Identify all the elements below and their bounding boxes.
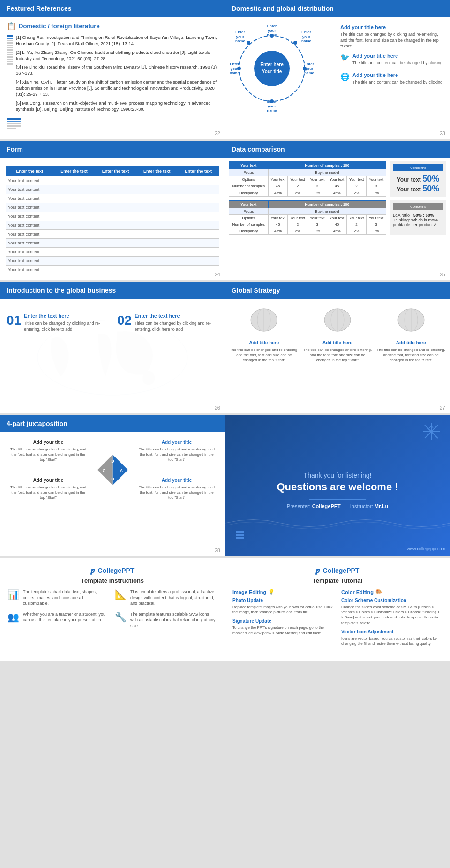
dist-item1-title: Add your title here bbox=[352, 53, 442, 59]
form-cell-7-0: Your text content bbox=[6, 239, 53, 248]
form-cell-3-1 bbox=[53, 203, 95, 212]
distribution-header: Domestic and global distribution bbox=[225, 0, 450, 17]
dt1-focus: Focus bbox=[229, 169, 269, 176]
svg-rect-40 bbox=[236, 537, 244, 539]
form-cell-3-3 bbox=[136, 203, 178, 212]
svg-point-1 bbox=[254, 51, 290, 86]
form-header: Form bbox=[0, 141, 225, 158]
global-biz-header: Introduction to the global business bbox=[0, 282, 225, 299]
section-title: 📋 Domestic / foreign literature bbox=[7, 22, 218, 30]
tut-item-1: 📊 The template's chart data, text, shape… bbox=[8, 589, 110, 607]
people-icon: 👥 bbox=[8, 611, 19, 629]
svg-point-9 bbox=[293, 41, 297, 45]
distribution-panel: Domestic and global distribution Enter h… bbox=[225, 0, 450, 139]
jux-item-4: Add your title The title can be changed … bbox=[135, 475, 218, 503]
jux-header: 4-part juxtaposition bbox=[0, 415, 225, 432]
tut-right-logo: 𝒑 CollegePPT bbox=[232, 565, 442, 575]
data-section-1: Your text Number of samples : 100 Focus … bbox=[229, 161, 446, 197]
scale-icon: 🔧 bbox=[115, 611, 127, 629]
page-number: 24 bbox=[215, 272, 220, 277]
data-comparison-title: Data comparison bbox=[232, 145, 285, 153]
form-cell-10-1 bbox=[53, 266, 95, 274]
collegeppt-logo-icon-right: 𝒑 bbox=[316, 565, 320, 575]
layers-icon bbox=[234, 529, 246, 542]
jux-item4-title: Add your title bbox=[138, 478, 216, 483]
dt1-numsamples: Number of samples bbox=[229, 183, 269, 190]
photo-update-item: Photo Update Replace template images wit… bbox=[232, 598, 334, 615]
svg-marker-23 bbox=[112, 455, 128, 470]
jux-item2-title: Add your title bbox=[138, 440, 216, 445]
strategy-card-2: Add title here The title can be changed … bbox=[303, 307, 372, 363]
juxtaposition-panel: 4-part juxtaposition Add your title The … bbox=[0, 415, 225, 556]
data-table-1: Your text Number of samples : 100 Focus … bbox=[229, 161, 386, 197]
strategy-panel: Global Strategy Add title here The title… bbox=[225, 282, 450, 413]
orbit-right: Enteryourname bbox=[304, 62, 314, 76]
form-cell-8-2 bbox=[95, 248, 136, 257]
globe-items: 01 Enter the text here Titles can be cha… bbox=[7, 313, 218, 332]
svg-text:B: B bbox=[111, 477, 114, 481]
data-comparison-panel: Data comparison Your text Number of samp… bbox=[225, 141, 450, 280]
jux-title: 4-part juxtaposition bbox=[7, 420, 68, 427]
tut-item-3: 👥 Whether you are a teacher or a student… bbox=[8, 611, 110, 629]
ty-website: www.collegeppt.com bbox=[407, 547, 445, 551]
collegeppt-logo-text-left: CollegePPT bbox=[98, 567, 135, 574]
globe-item2-title: Enter the text here bbox=[135, 313, 218, 319]
form-cell-5-4 bbox=[178, 221, 219, 230]
globe-img-3 bbox=[376, 307, 445, 337]
vector-icon-item: Vector Icon Adjustment Icons are vector-… bbox=[341, 629, 442, 646]
svg-rect-39 bbox=[236, 534, 244, 536]
svg-point-35 bbox=[430, 430, 433, 433]
thankyou-panel: Thank you for listening! Questions are w… bbox=[225, 415, 450, 556]
tut-item4-text: The template features scalable SVG icons… bbox=[130, 611, 218, 629]
form-cell-9-0: Your text content bbox=[6, 257, 53, 266]
dist-item2-desc: The title and content can be changed by … bbox=[352, 79, 442, 85]
data-concerns-1: Concerns Your text 50% Your text 50% bbox=[390, 161, 446, 197]
form-col-5: Enter the text bbox=[178, 167, 219, 176]
collegeppt-logo-text-right: CollegePPT bbox=[323, 567, 360, 574]
svg-text:Enter here: Enter here bbox=[260, 62, 284, 67]
form-cell-1-2 bbox=[95, 185, 136, 194]
strategy-header: Global Strategy bbox=[225, 282, 450, 299]
form-cell-4-2 bbox=[95, 212, 136, 221]
tut-item1-text: The template's chart data, text, shapes,… bbox=[23, 589, 110, 607]
ty-presenter: Presenter: CollegePPT Instructor: Mr.Lu bbox=[277, 503, 398, 509]
form-cell-0-2 bbox=[95, 176, 136, 185]
form-panel: Form Enter the text Enter the text Enter… bbox=[0, 141, 225, 280]
jux-grid: Add your title The title can be changed … bbox=[7, 437, 218, 503]
form-cell-7-4 bbox=[178, 239, 219, 248]
globe-num-2: 02 bbox=[117, 313, 132, 328]
strategy-content: Add title here The title can be changed … bbox=[225, 299, 450, 368]
color-scheme-text: Change the slide's color scheme easily. … bbox=[341, 604, 442, 625]
form-col-4: Enter the text bbox=[136, 167, 178, 176]
form-cell-1-0: Your text content bbox=[6, 185, 53, 194]
data-section-2: Your text Number of samples : 100 Focus … bbox=[229, 200, 446, 235]
form-cell-4-1 bbox=[53, 212, 95, 221]
form-cell-1-1 bbox=[53, 185, 95, 194]
form-cell-8-4 bbox=[178, 248, 219, 257]
jux-item3-desc: The title can be changed and re-entering… bbox=[9, 485, 87, 501]
tut-left-header: 𝒑 CollegePPT Template Instructions bbox=[8, 565, 218, 584]
tutorial-tutorial-panel: 𝒑 CollegePPT Template Tutorial Image Edi… bbox=[225, 558, 450, 661]
lightbulb-icon: 💡 bbox=[268, 589, 275, 595]
form-cell-5-0: Your text content bbox=[6, 221, 53, 230]
svg-text:Your title: Your title bbox=[262, 69, 282, 74]
form-cell-5-2 bbox=[95, 221, 136, 230]
form-col-3: Enter the text bbox=[95, 167, 136, 176]
photo-update-title: Photo Update bbox=[232, 598, 334, 603]
form-cell-8-1 bbox=[53, 248, 95, 257]
tut-item2-text: This template offers a professional, att… bbox=[130, 589, 218, 607]
form-cell-6-1 bbox=[53, 230, 95, 239]
form-cell-8-3 bbox=[136, 248, 178, 257]
vector-icon-title: Vector Icon Adjustment bbox=[341, 629, 442, 634]
featured-refs-panel: Featured References 📋 Domestic / foreign… bbox=[0, 0, 225, 139]
globe-img-2 bbox=[303, 307, 372, 337]
concerns-text-1b: Your text 50% bbox=[393, 184, 443, 194]
form-col-2: Enter the text bbox=[53, 167, 95, 176]
ref-item-4: [4] Xia Ying, CA'i Lili letter. Study on… bbox=[16, 79, 218, 98]
form-cell-9-4 bbox=[178, 257, 219, 266]
palette-icon: 🎨 bbox=[375, 589, 382, 595]
form-cell-10-3 bbox=[136, 266, 178, 274]
form-cell-10-0: Your text content bbox=[6, 266, 53, 274]
page-number: 27 bbox=[440, 405, 445, 411]
image-editing-title: Image Editing 💡 bbox=[232, 589, 334, 595]
